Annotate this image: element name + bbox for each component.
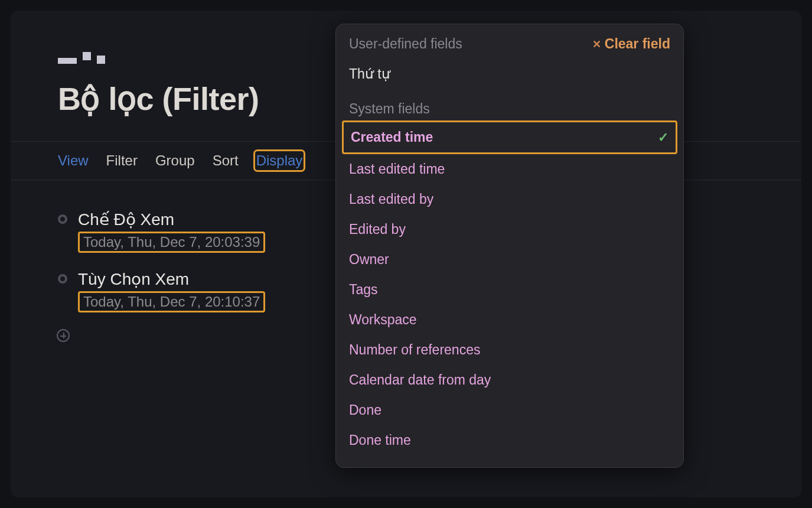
field-option-last-edited-by[interactable]: Last edited by [336, 184, 683, 214]
field-option-done-time[interactable]: Done time [336, 425, 683, 455]
clear-field-button[interactable]: ✕ Clear field [592, 36, 670, 52]
system-fields-label: System fields [336, 89, 683, 121]
field-option-thu-tu[interactable]: Thứ tự [336, 59, 683, 89]
bullet-icon [58, 274, 67, 284]
tab-group[interactable]: Group [155, 152, 195, 169]
field-option-last-edited-time[interactable]: Last edited time [336, 154, 683, 184]
bullet-icon [58, 214, 67, 224]
field-option-workspace[interactable]: Workspace [336, 305, 683, 335]
field-option-label: Created time [351, 129, 433, 145]
tab-sort[interactable]: Sort [213, 152, 239, 169]
close-icon: ✕ [592, 38, 601, 51]
list-item-title: Tùy Chọn Xem [78, 269, 265, 289]
list-item-timestamp: Today, Thu, Dec 7, 20:03:39 [78, 232, 265, 253]
popup-header: User-defined fields ✕ Clear field [336, 34, 683, 59]
field-option-tags[interactable]: Tags [336, 275, 683, 305]
field-option-done[interactable]: Done [336, 395, 683, 425]
clear-field-label: Clear field [605, 36, 670, 52]
page-container: Bộ lọc (Filter) View Filter Group Sort D… [11, 11, 801, 497]
plus-icon [57, 329, 70, 342]
field-option-edited-by[interactable]: Edited by [336, 214, 683, 245]
tab-view[interactable]: View [58, 152, 89, 169]
field-option-number-of-references[interactable]: Number of references [336, 335, 683, 365]
tab-display[interactable]: Display [256, 152, 303, 169]
field-option-created-time[interactable]: Created time ✓ [342, 121, 677, 154]
user-defined-fields-label: User-defined fields [349, 36, 462, 52]
tab-filter[interactable]: Filter [106, 152, 138, 169]
field-option-owner[interactable]: Owner [336, 245, 683, 275]
field-option-calendar-date-from-day[interactable]: Calendar date from day [336, 365, 683, 395]
field-picker-popup: User-defined fields ✕ Clear field Thứ tự… [335, 24, 684, 468]
check-icon: ✓ [658, 130, 668, 145]
list-item-title: Chế Độ Xem [78, 210, 265, 229]
list-item-timestamp: Today, Thu, Dec 7, 20:10:37 [78, 291, 265, 312]
